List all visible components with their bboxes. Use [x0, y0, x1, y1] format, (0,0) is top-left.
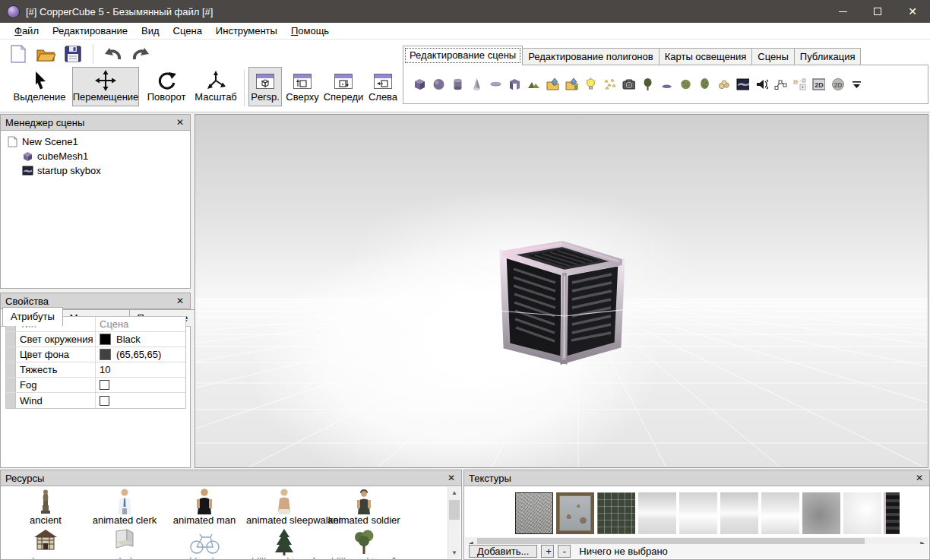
animated-sleepwalker-thumbnail	[273, 489, 296, 514]
resource-item[interactable]: animated man	[166, 489, 242, 526]
add-2d-overlay-icon[interactable]: 2D	[812, 78, 825, 91]
tree-item-scene[interactable]: New Scene1	[4, 134, 187, 149]
titlebar: [#] CopperCube 5 - Безымянный файл [#] ✕	[0, 0, 930, 23]
tab-publishing[interactable]: Публикация	[794, 48, 862, 65]
prop-value-bgcolor[interactable]: (65,65,65)	[96, 347, 185, 362]
resource-item[interactable]: animated sleepwalker	[246, 489, 322, 526]
scrollbar-thumb[interactable]	[449, 500, 460, 520]
tree-item-cubemesh[interactable]: cubeMesh1	[4, 149, 187, 163]
menu-scene[interactable]: Сцена	[166, 23, 209, 40]
scene-manager-close-icon[interactable]: ✕	[175, 117, 185, 128]
add-sphere-icon[interactable]	[432, 78, 445, 91]
texture-thumbnail-green-grid[interactable]	[597, 492, 635, 534]
resource-item[interactable]: billboard tree 2	[326, 530, 402, 558]
resource-item[interactable]: bicycle	[166, 530, 242, 558]
tree-item-skybox[interactable]: startup skybox	[4, 163, 187, 178]
textures-close-icon[interactable]: ✕	[914, 473, 925, 483]
add-path-icon[interactable]	[774, 78, 787, 91]
import-animated-mesh-icon[interactable]	[565, 78, 578, 91]
add-plane-icon[interactable]	[489, 78, 502, 91]
scroll-up-icon[interactable]: ▲	[448, 487, 460, 498]
view-persp-button[interactable]: Persp.	[248, 67, 282, 106]
minimize-button[interactable]	[825, 0, 860, 23]
tool-select-button[interactable]: Выделение	[8, 67, 71, 106]
texture-thumbnail-sky-1[interactable]	[638, 492, 676, 534]
menu-help[interactable]: Помощь	[284, 23, 336, 40]
animated-soldier-thumbnail	[353, 489, 375, 514]
add-water-icon[interactable]	[660, 78, 673, 91]
menu-edit[interactable]: Редактирование	[46, 23, 134, 40]
menu-file-rest: айл	[22, 25, 39, 36]
texture-thumbnail-sky-2[interactable]	[679, 492, 717, 534]
texture-plus-button[interactable]: +	[541, 545, 554, 558]
open-file-button[interactable]	[35, 44, 56, 64]
view-top-button[interactable]: Сверху	[284, 67, 321, 106]
add-cube-icon[interactable]	[413, 78, 426, 91]
texture-thumbnail-sky-3[interactable]	[720, 492, 758, 534]
resource-item[interactable]: house	[8, 530, 84, 558]
new-file-button[interactable]	[8, 44, 29, 64]
tool-move-button[interactable]: Перемещение	[72, 67, 139, 106]
tab-attributes[interactable]: Атрибуты	[2, 307, 63, 326]
texture-thumbnail-gray[interactable]	[802, 492, 840, 534]
add-terrain-icon[interactable]	[527, 78, 540, 91]
texture-thumbnail-concrete[interactable]	[515, 492, 553, 534]
add-connection-icon[interactable]	[793, 78, 806, 91]
add-camera-icon[interactable]	[622, 78, 635, 91]
resources-close-icon[interactable]: ✕	[446, 473, 457, 483]
add-sound-icon[interactable]	[755, 78, 768, 91]
prop-value-ambient[interactable]: Black	[96, 332, 185, 346]
table-row: Свет окружения Black	[6, 332, 185, 347]
ambient-color-swatch[interactable]	[100, 334, 111, 345]
resource-item[interactable]: ancient	[8, 489, 84, 526]
properties-close-icon[interactable]: ✕	[175, 296, 185, 306]
add-stones-icon[interactable]	[717, 78, 730, 91]
resources-scrollbar[interactable]: ▲ ▼	[448, 487, 460, 558]
import-mesh-icon[interactable]	[546, 78, 559, 91]
add-skybox-icon[interactable]	[736, 78, 749, 91]
add-cone-icon[interactable]	[470, 78, 483, 91]
add-plant-icon[interactable]	[698, 78, 711, 91]
tool-rotate-button[interactable]: Поворот	[143, 67, 190, 106]
resource-item[interactable]: billboard tree 1	[246, 530, 322, 558]
view-left-button[interactable]: Слева	[366, 67, 400, 106]
close-button[interactable]: ✕	[895, 0, 930, 23]
texture-minus-button[interactable]: -	[558, 545, 571, 558]
resource-item[interactable]: chair	[87, 530, 163, 558]
wind-checkbox[interactable]	[100, 396, 109, 406]
menu-view[interactable]: Вид	[134, 23, 166, 40]
menu-file[interactable]: Файл	[8, 23, 46, 40]
tool-scale-button[interactable]: Масштаб	[192, 67, 239, 106]
save-file-button[interactable]	[62, 44, 84, 64]
add-tree-icon[interactable]	[641, 78, 654, 91]
prop-value-gravity[interactable]: 10	[96, 362, 185, 377]
menu-tools[interactable]: Инструменты	[209, 23, 284, 40]
add-particle-system-icon[interactable]	[603, 78, 616, 91]
resource-item[interactable]: animated soldier	[326, 489, 402, 526]
texture-thumbnail-rust-plate[interactable]	[556, 492, 594, 534]
texture-thumbnail-sky-4[interactable]	[761, 492, 799, 534]
add-bush-icon[interactable]	[679, 78, 692, 91]
resource-label: billboard tree 1	[246, 555, 322, 558]
resource-item[interactable]: animated clerk	[87, 489, 163, 526]
tab-polygon-editing[interactable]: Редактирование полигонов	[522, 48, 659, 65]
view-front-button[interactable]: Спереди	[324, 67, 363, 106]
viewport-3d[interactable]	[195, 114, 928, 468]
fog-checkbox[interactable]	[100, 380, 109, 390]
scroll-down-icon[interactable]: ▼	[448, 547, 460, 558]
background-color-swatch[interactable]	[100, 349, 111, 360]
add-cylinder-icon[interactable]	[451, 78, 464, 91]
tab-scenes[interactable]: Сцены	[751, 48, 794, 65]
add-texture-button[interactable]: Добавить...	[469, 545, 537, 558]
tab-scene-editing[interactable]: Редактирование сцены	[403, 46, 523, 65]
undo-button[interactable]	[103, 44, 124, 64]
tab-lightmaps[interactable]: Карты освещения	[659, 48, 753, 65]
add-light-icon[interactable]	[584, 78, 597, 91]
maximize-button[interactable]	[860, 0, 895, 23]
add-2d-rotation-icon[interactable]: 2D	[831, 78, 844, 91]
more-nodes-icon[interactable]	[850, 78, 863, 91]
add-room-icon[interactable]	[508, 78, 521, 91]
redo-button[interactable]	[130, 44, 151, 64]
texture-thumbnail-light[interactable]	[843, 492, 881, 534]
texture-thumbnail-crate[interactable]	[884, 492, 900, 534]
